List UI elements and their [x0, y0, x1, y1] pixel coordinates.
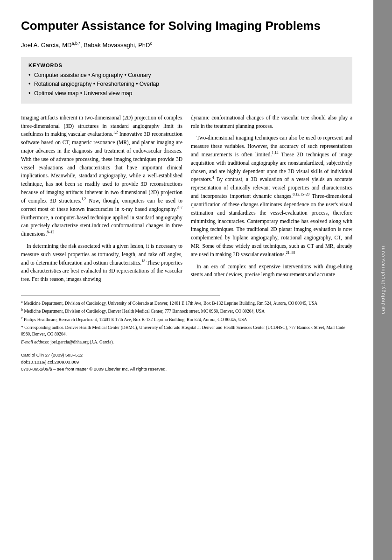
author1-name: Joel A. Garcia, MDa,b,*: [21, 42, 80, 49]
col1-para2: In determining the risk associated with …: [21, 242, 182, 284]
email-link[interactable]: joel.garcia@dhha.org: [50, 340, 89, 344]
author2-superscript: c: [150, 41, 152, 46]
journal-line2: doi:10.1016/j.ccl.2009.03.009: [21, 358, 352, 365]
footnote-divider: [21, 295, 220, 295]
article-title: Computer Assistance for Solving Imaging …: [21, 19, 352, 33]
author1-superscript: a,b,*: [71, 41, 80, 46]
footnotes-section: a Medicine Department, Division of Cardi…: [21, 300, 352, 346]
keyword-item-3: Optimal view map • Universal view map: [28, 89, 345, 98]
keyword-item-1: Computer assistance • Angiography • Coro…: [28, 71, 345, 80]
column-right: dynamic conformational changes of the va…: [191, 114, 352, 287]
page-wrapper: Computer Assistance for Solving Imaging …: [0, 0, 392, 560]
author2-name: Babak Movassaghi, PhDc: [84, 42, 152, 49]
col2-para1: dynamic conformational changes of the va…: [191, 114, 352, 131]
keywords-box: KEYWORDS Computer assistance • Angiograp…: [21, 57, 352, 104]
journal-line3: 0733-8651/09/$ – see front matter © 2009…: [21, 365, 352, 372]
footnote-star: * Corresponding author. Denver Health Me…: [21, 324, 352, 338]
journal-info: Cardiol Clin 27 (2009) 503–512 doi:10.10…: [21, 351, 352, 373]
journal-line1: Cardiol Clin 27 (2009) 503–512: [21, 351, 352, 358]
side-tab-text: cardiology.theclinics.com: [380, 246, 385, 314]
col2-para2: Two-dimensional imaging techniques can a…: [191, 134, 352, 259]
footnote-c: c Philips Healthcare, Research Departmen…: [21, 316, 352, 323]
authors-line: Joel A. Garcia, MDa,b,*, Babak Movassagh…: [21, 42, 352, 49]
col2-para3: In an era of complex and expensive inter…: [191, 263, 352, 280]
footnote-email: E-mail address: joel.garcia@dhha.org (J.…: [21, 339, 352, 345]
body-columns: Imaging artifacts inherent in two-dimens…: [21, 114, 352, 287]
col1-para1: Imaging artifacts inherent in two-dimens…: [21, 114, 182, 238]
footnote-a: a Medicine Department, Division of Cardi…: [21, 300, 352, 307]
keyword-item-2: Rotational angiography • Foreshortening …: [28, 80, 345, 89]
keywords-list: Computer assistance • Angiography • Coro…: [28, 71, 345, 98]
article-page: Computer Assistance for Solving Imaging …: [0, 0, 373, 560]
keywords-heading: KEYWORDS: [28, 63, 345, 68]
footnote-b: b Medicine Department, Division of Cardi…: [21, 308, 352, 315]
column-left: Imaging artifacts inherent in two-dimens…: [21, 114, 182, 287]
side-tab: cardiology.theclinics.com: [373, 0, 392, 560]
